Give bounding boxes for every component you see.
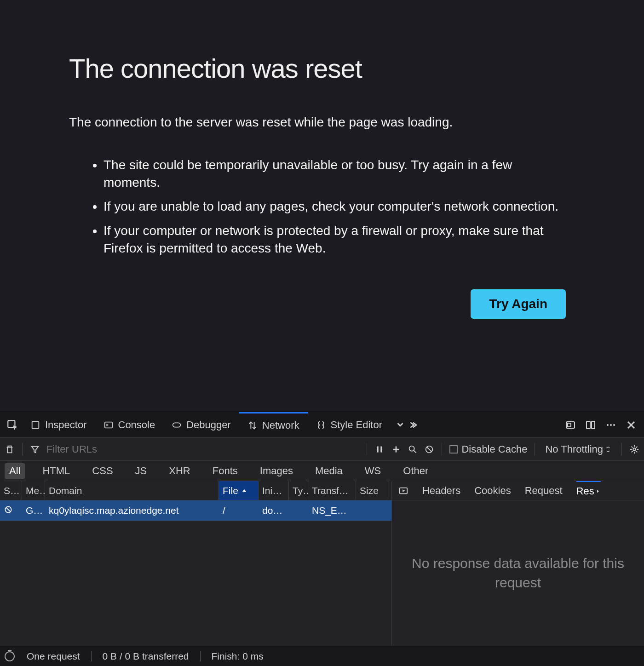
error-page: The connection was reset The connection … [0, 0, 644, 412]
request-row[interactable]: GET kq0ylaqisc.map.azionedge.net / do… N… [0, 500, 391, 521]
tab-network[interactable]: Network [239, 412, 308, 437]
filter-icon[interactable] [30, 444, 40, 454]
filter-tab-other[interactable]: Other [398, 463, 433, 479]
filter-tab-all[interactable]: All [5, 463, 25, 479]
tab-label: Console [118, 419, 155, 431]
error-suggestion-item: The site could be temporarily unavailabl… [104, 156, 566, 191]
throttling-select[interactable]: No Throttling [542, 443, 614, 455]
filter-urls-input[interactable] [46, 443, 157, 455]
request-file: / [219, 505, 259, 516]
request-method: GET [22, 505, 45, 516]
detail-tab-response[interactable]: Res [576, 481, 601, 500]
svg-rect-3 [173, 423, 181, 427]
filter-tab-js[interactable]: JS [131, 463, 152, 479]
tab-label: Network [262, 419, 299, 431]
error-suggestion-item: If you are unable to load any pages, che… [104, 198, 566, 215]
clear-requests-icon[interactable] [5, 444, 15, 454]
element-picker-icon[interactable] [6, 419, 18, 431]
svg-rect-7 [592, 421, 595, 429]
column-header-status[interactable]: S… [0, 481, 22, 500]
error-description: The connection to the server was reset w… [69, 114, 575, 131]
column-header-transferred[interactable]: Transf… [308, 481, 356, 500]
close-devtools-icon[interactable] [626, 419, 637, 431]
column-header-type[interactable]: Ty… [289, 481, 308, 500]
stopwatch-icon[interactable] [5, 651, 15, 661]
try-again-button[interactable]: Try Again [471, 289, 566, 319]
column-header-initiator[interactable]: Ini… [259, 481, 289, 500]
request-status-icon [0, 505, 22, 517]
network-status-bar: One request 0 B / 0 B transferred Finish… [0, 646, 644, 666]
svg-point-10 [613, 424, 615, 426]
column-header-file[interactable]: File [219, 481, 259, 500]
throttling-label: No Throttling [545, 443, 603, 455]
svg-point-13 [633, 448, 636, 451]
filter-tab-css[interactable]: CSS [87, 463, 117, 479]
filter-tab-xhr[interactable]: XHR [164, 463, 195, 479]
detail-tab-label: Res [576, 485, 594, 497]
responsive-mode-icon[interactable] [565, 419, 576, 431]
error-title: The connection was reset [69, 53, 575, 84]
svg-point-11 [409, 446, 414, 451]
disable-cache-checkbox[interactable]: Disable Cache [449, 443, 527, 455]
devtools-panel: Inspector Console Debugger Network Style… [0, 412, 644, 666]
svg-rect-1 [32, 421, 39, 428]
column-header-size[interactable]: Size [356, 481, 388, 500]
more-options-icon[interactable] [605, 419, 616, 431]
tab-style-editor[interactable]: Style Editor [308, 412, 391, 437]
settings-gear-icon[interactable] [629, 444, 639, 454]
response-empty-message: No response data available for this requ… [392, 500, 644, 646]
detail-tab-cookies[interactable]: Cookies [474, 481, 511, 500]
filter-tab-fonts[interactable]: Fonts [208, 463, 242, 479]
request-transferred: NS_E… [308, 505, 356, 516]
search-icon[interactable] [408, 444, 418, 454]
svg-point-9 [610, 424, 612, 426]
request-initiator: do… [259, 505, 289, 516]
status-transferred: 0 B / 0 B transferred [103, 651, 189, 662]
network-body: S… Me… Domain File Ini… Ty… Transf… Size… [0, 481, 644, 646]
tab-console[interactable]: Console [95, 412, 164, 437]
error-suggestion-item: If your computer or network is protected… [104, 222, 566, 257]
detail-tab-request[interactable]: Request [525, 481, 563, 500]
tab-label: Style Editor [331, 419, 383, 431]
column-label: File [223, 485, 238, 496]
request-list-pane: S… Me… Domain File Ini… Ty… Transf… Size… [0, 481, 392, 646]
detail-tab-headers[interactable]: Headers [422, 481, 460, 500]
filter-tab-html[interactable]: HTML [38, 463, 75, 479]
detail-tab-bar: Headers Cookies Request Res [392, 481, 644, 500]
filter-tab-images[interactable]: Images [255, 463, 298, 479]
filter-tab-media[interactable]: Media [310, 463, 347, 479]
toggle-raw-icon[interactable] [398, 486, 408, 496]
checkbox-icon [449, 445, 458, 454]
block-icon[interactable] [424, 444, 434, 454]
svg-rect-5 [568, 423, 571, 427]
more-tabs-icon[interactable] [404, 412, 420, 437]
network-toolbar: Disable Cache No Throttling [0, 438, 644, 461]
tab-label: Inspector [45, 419, 87, 431]
disable-cache-label: Disable Cache [461, 443, 527, 455]
column-header-method[interactable]: Me… [22, 481, 45, 500]
request-domain: kq0ylaqisc.map.azionedge.net [45, 505, 219, 516]
svg-point-8 [607, 424, 609, 426]
request-list-header: S… Me… Domain File Ini… Ty… Transf… Size [0, 481, 391, 500]
add-request-icon[interactable] [391, 444, 401, 454]
tab-inspector[interactable]: Inspector [22, 412, 95, 437]
column-header-domain[interactable]: Domain [45, 481, 219, 500]
status-finish-time: Finish: 0 ms [212, 651, 264, 662]
tab-label: Debugger [186, 419, 231, 431]
filter-tab-ws[interactable]: WS [360, 463, 385, 479]
pause-icon[interactable] [374, 444, 385, 454]
network-filter-tabs: All HTML CSS JS XHR Fonts Images Media W… [0, 461, 644, 481]
svg-rect-2 [104, 422, 112, 428]
request-detail-pane: Headers Cookies Request Res No response … [392, 481, 644, 646]
svg-rect-6 [586, 421, 590, 429]
devtools-tab-bar: Inspector Console Debugger Network Style… [0, 412, 644, 438]
dock-side-icon[interactable] [585, 419, 596, 431]
error-suggestions: The site could be temporarily unavailabl… [69, 156, 566, 257]
tab-debugger[interactable]: Debugger [163, 412, 239, 437]
status-request-count: One request [27, 651, 80, 662]
